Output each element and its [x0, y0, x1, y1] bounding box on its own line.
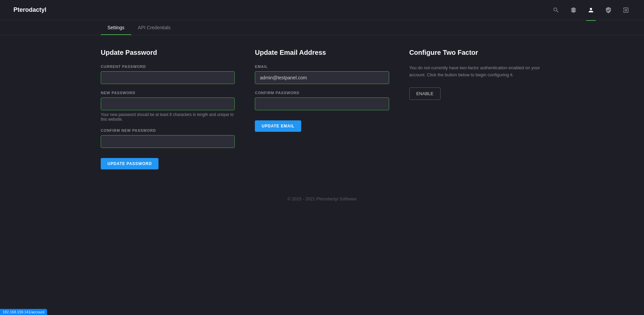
new-password-label: NEW PASSWORD	[101, 91, 235, 95]
two-factor-section: Configure Two Factor You do not currentl…	[409, 49, 543, 100]
footer: © 2015 - 2021 Pterodactyl Software	[0, 183, 644, 215]
confirm-new-password-field-group: CONFIRM NEW PASSWORD	[101, 128, 235, 148]
tabs-bar: Settings API Credentials	[0, 20, 644, 35]
confirm-password-label: CONFIRM PASSWORD	[255, 91, 389, 95]
main-content: Update Password CURRENT PASSWORD NEW PAS…	[0, 35, 644, 183]
update-email-title: Update Email Address	[255, 49, 389, 56]
account-icon[interactable]	[586, 5, 596, 15]
email-label: EMAIL	[255, 65, 389, 69]
layers-icon[interactable]	[569, 5, 578, 15]
url-bar: 192.168.159.141/account	[0, 309, 47, 315]
confirm-new-password-label: CONFIRM NEW PASSWORD	[101, 128, 235, 132]
update-password-button[interactable]: UPDATE PASSWORD	[101, 158, 158, 169]
email-input[interactable]	[255, 71, 389, 84]
update-password-section: Update Password CURRENT PASSWORD NEW PAS…	[101, 49, 235, 169]
new-password-field-group: NEW PASSWORD Your new password should be…	[101, 91, 235, 122]
search-icon[interactable]	[551, 5, 561, 15]
email-field-group: EMAIL	[255, 65, 389, 84]
enable-two-factor-button[interactable]: ENABLE	[409, 87, 441, 100]
two-factor-description: You do not currently have two-factor aut…	[409, 65, 543, 79]
nav-left: Pterodactyl	[13, 6, 46, 13]
copyright-text: © 2015 - 2021 Pterodactyl Software	[287, 196, 357, 201]
current-password-input[interactable]	[101, 71, 235, 84]
nav-icons	[551, 5, 631, 15]
admin-settings-icon[interactable]	[604, 5, 613, 15]
top-navigation: Pterodactyl	[0, 0, 644, 20]
confirm-password-field-group: CONFIRM PASSWORD	[255, 91, 389, 110]
tab-settings[interactable]: Settings	[101, 20, 131, 35]
update-email-button[interactable]: UPDATE EMAIL	[255, 120, 301, 132]
confirm-new-password-input[interactable]	[101, 135, 235, 148]
logout-icon[interactable]	[621, 5, 631, 15]
confirm-password-input[interactable]	[255, 97, 389, 110]
two-factor-title: Configure Two Factor	[409, 49, 543, 56]
current-password-field-group: CURRENT PASSWORD	[101, 65, 235, 84]
new-password-input[interactable]	[101, 97, 235, 110]
update-password-title: Update Password	[101, 49, 235, 56]
new-password-hint: Your new password should be at least 8 c…	[101, 112, 235, 122]
app-title: Pterodactyl	[13, 6, 46, 13]
tab-api-credentials[interactable]: API Credentials	[131, 20, 177, 35]
current-password-label: CURRENT PASSWORD	[101, 65, 235, 69]
update-email-section: Update Email Address EMAIL CONFIRM PASSW…	[255, 49, 389, 132]
